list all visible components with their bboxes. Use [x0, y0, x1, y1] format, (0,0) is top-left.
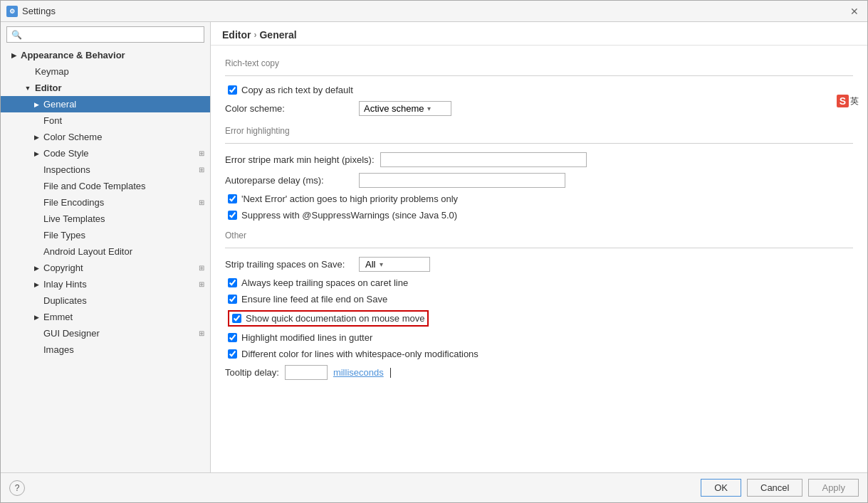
app-icon: ⚙	[6, 6, 18, 17]
breadcrumb: Editor › General	[222, 29, 856, 41]
sidebar-label-editor: Editor	[35, 83, 62, 93]
expand-arrow: ▶	[32, 150, 41, 157]
expand-arrow: ▶	[32, 314, 41, 321]
sidebar-item-images[interactable]: Images	[1, 341, 210, 358]
strip-trailing-value: All	[365, 259, 375, 270]
breadcrumb-arrow: ›	[253, 30, 256, 40]
strip-trailing-dropdown[interactable]: All ▾	[359, 257, 430, 272]
autoreparse-input[interactable]: 300	[359, 173, 565, 188]
sidebar-item-color-scheme[interactable]: ▶ Color Scheme	[1, 129, 210, 145]
copy-rich-text-checkbox[interactable]	[228, 85, 237, 95]
sidebar-label-file-code-templates: File and Code Templates	[43, 181, 146, 191]
sidebar-item-android-layout-editor[interactable]: Android Layout Editor	[1, 243, 210, 260]
next-error-label: 'Next Error' action goes to high priorit…	[241, 194, 458, 204]
apply-button[interactable]: Apply	[808, 479, 859, 497]
sidebar-item-general[interactable]: ▶ General	[1, 96, 210, 112]
panel-body: Rich-text copy Copy as rich text by defa…	[211, 46, 867, 472]
sidebar-item-appearance[interactable]: ▶ Appearance & Behavior	[1, 47, 210, 63]
stripe-mark-input[interactable]: 2	[380, 152, 587, 167]
breadcrumb-general: General	[259, 29, 296, 41]
strip-trailing-label: Strip trailing spaces on Save:	[225, 259, 353, 270]
show-quick-doc-checkbox[interactable]	[232, 314, 241, 323]
sidebar-label-general: General	[43, 99, 76, 110]
color-scheme-row: Color scheme: Active scheme ▾	[225, 101, 853, 116]
badge-icon: ⊞	[199, 166, 204, 174]
highlight-modified-checkbox[interactable]	[228, 333, 237, 342]
always-keep-checkbox[interactable]	[228, 278, 237, 287]
sidebar-label-inlay-hints: Inlay Hints	[43, 279, 87, 290]
sidebar-label-duplicates: Duplicates	[43, 295, 87, 306]
sidebar-label-code-style: Code Style	[43, 148, 89, 159]
sidebar-item-file-types[interactable]: File Types	[1, 227, 210, 243]
breadcrumb-editor: Editor	[222, 29, 251, 41]
panel-header: Editor › General	[211, 22, 867, 46]
title-bar-left: ⚙ Settings	[6, 6, 56, 17]
sidebar-label-android-layout-editor: Android Layout Editor	[43, 246, 132, 257]
expand-arrow: ▶	[32, 101, 41, 108]
ensure-line-feed-checkbox[interactable]	[228, 295, 237, 304]
sidebar-item-keymap[interactable]: Keymap	[1, 63, 210, 80]
color-scheme-dropdown[interactable]: Active scheme ▾	[359, 101, 451, 116]
stripe-mark-label: Error stripe mark min height (pixels):	[225, 154, 375, 165]
strip-dropdown-caret-icon: ▾	[380, 260, 383, 268]
sidebar-item-code-style[interactable]: ▶ Code Style ⊞	[1, 145, 210, 162]
badge-icon: ⊞	[199, 280, 204, 288]
search-box[interactable]: 🔍	[6, 26, 204, 43]
error-divider	[225, 143, 853, 144]
other-divider	[225, 248, 853, 248]
expand-arrow: ▶	[32, 265, 41, 272]
sidebar-item-file-encodings[interactable]: File Encodings ⊞	[1, 194, 210, 211]
sidebar-item-inlay-hints[interactable]: ▶ Inlay Hints ⊞	[1, 276, 210, 292]
dropdown-caret-icon: ▾	[427, 105, 431, 112]
rich-text-divider	[225, 75, 853, 76]
sidebar-item-font[interactable]: Font	[1, 112, 210, 129]
tooltip-delay-row: Tooltip delay: 500 milliseconds	[225, 365, 853, 380]
sidebar-label-keymap: Keymap	[35, 66, 69, 77]
sidebar-label-live-templates: Live Templates	[43, 213, 105, 224]
next-error-row: 'Next Error' action goes to high priorit…	[225, 194, 853, 204]
title-bar: ⚙ Settings ✕	[1, 1, 867, 22]
right-panel: Editor › General Rich-text copy Copy as …	[211, 22, 867, 472]
sidebar-item-copyright[interactable]: ▶ Copyright ⊞	[1, 260, 210, 276]
tooltip-delay-label: Tooltip delay:	[225, 367, 279, 378]
suppress-checkbox[interactable]	[228, 211, 237, 220]
window-title: Settings	[22, 6, 56, 16]
sidebar: 🔍 ▶ Appearance & Behavior Keymap ▼ Edito…	[1, 22, 211, 472]
sidebar-item-gui-designer[interactable]: GUI Designer ⊞	[1, 325, 210, 341]
sidebar-item-live-templates[interactable]: Live Templates	[1, 211, 210, 227]
ok-button[interactable]: OK	[701, 479, 741, 497]
strip-trailing-row: Strip trailing spaces on Save: All ▾	[225, 257, 853, 272]
badge-icon: ⊞	[199, 264, 204, 272]
sidebar-label-inspections: Inspections	[43, 164, 90, 175]
different-color-checkbox[interactable]	[228, 349, 237, 359]
sidebar-item-duplicates[interactable]: Duplicates	[1, 292, 210, 309]
search-icon: 🔍	[11, 30, 22, 40]
always-keep-row: Always keep trailing spaces on caret lin…	[225, 277, 853, 288]
close-button[interactable]: ✕	[847, 4, 862, 18]
sidebar-item-editor[interactable]: ▼ Editor	[1, 80, 210, 96]
sidebar-label-appearance: Appearance & Behavior	[21, 50, 125, 60]
badge-icon: ⊞	[199, 149, 204, 157]
error-highlighting-title: Error highlighting	[225, 126, 853, 136]
expand-arrow: ▶	[9, 52, 18, 59]
help-button[interactable]: ?	[9, 480, 25, 496]
sidebar-label-copyright: Copyright	[43, 263, 83, 273]
sogou-en-label: 英	[850, 95, 859, 107]
highlight-modified-label: Highlight modified lines in gutter	[241, 332, 372, 343]
cursor-indicator	[390, 368, 391, 378]
sidebar-label-emmet: Emmet	[43, 312, 73, 322]
autoreparse-row: Autoreparse delay (ms): 300	[225, 173, 853, 188]
search-input[interactable]	[25, 29, 199, 40]
next-error-checkbox[interactable]	[228, 194, 237, 203]
sidebar-item-file-code-templates[interactable]: File and Code Templates	[1, 178, 210, 194]
bottom-right: OK Cancel Apply	[701, 479, 859, 497]
highlight-modified-row: Highlight modified lines in gutter	[225, 332, 853, 343]
show-quick-doc-highlighted-row: Show quick documentation on mouse move	[228, 310, 429, 327]
sogou-watermark: S 英	[834, 93, 862, 109]
sidebar-item-emmet[interactable]: ▶ Emmet	[1, 309, 210, 325]
bottom-bar: ? OK Cancel Apply	[1, 472, 867, 502]
cancel-button[interactable]: Cancel	[747, 479, 802, 497]
sidebar-label-images: Images	[43, 344, 74, 355]
tooltip-delay-input[interactable]: 500	[285, 365, 328, 380]
sidebar-item-inspections[interactable]: Inspections ⊞	[1, 162, 210, 178]
